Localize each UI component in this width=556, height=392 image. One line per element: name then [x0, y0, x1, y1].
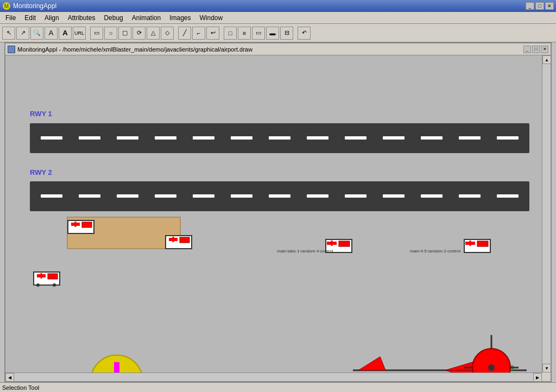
svg-rect-23 [339, 241, 350, 246]
svg-rect-30 [114, 362, 119, 372]
doc-minimize[interactable]: _ [523, 46, 531, 53]
text-bold-tool[interactable]: A [59, 27, 72, 40]
doc-icon [8, 46, 15, 53]
title-bar-left: M MonitoringAppl [2, 2, 56, 10]
doc-maximize[interactable]: □ [532, 46, 540, 53]
vertical-scrollbar[interactable]: ▲ ▼ [542, 55, 551, 372]
ellipse-tool[interactable]: ○ [104, 27, 117, 40]
svg-text:M: M [4, 3, 9, 9]
vehicle-1 [33, 270, 61, 287]
rect4-tool[interactable]: ▬ [266, 27, 279, 40]
link-tool[interactable]: URL [73, 27, 86, 40]
curved-connector-tool[interactable]: ↩ [206, 27, 219, 40]
status-text: Selection Tool [2, 384, 39, 391]
minimize-button[interactable]: _ [526, 2, 534, 10]
menu-attributes[interactable]: Attributes [64, 13, 100, 23]
app-icon: M [2, 2, 11, 10]
target-crosshair [462, 332, 521, 372]
close-button[interactable]: ✕ [545, 2, 554, 10]
menu-edit[interactable]: Edit [20, 13, 40, 23]
rounded-rect-tool[interactable]: ▢ [118, 27, 131, 40]
menu-bar: File Edit Align Attributes Debug Animati… [0, 12, 556, 24]
rect3-tool[interactable]: ▭ [252, 27, 265, 40]
doc-titlebar-controls: _ □ ✕ [523, 46, 548, 53]
svg-rect-28 [477, 241, 488, 246]
svg-point-7 [36, 283, 40, 287]
rwy2-label: RWY 2 [30, 168, 52, 176]
h-align-tool[interactable]: ≡ [238, 27, 251, 40]
svg-point-40 [488, 364, 495, 371]
menu-align[interactable]: Align [40, 13, 64, 23]
diamond-tool[interactable]: ◇ [161, 27, 174, 40]
vehicle-rwy2-right [463, 237, 491, 255]
menu-debug[interactable]: Debug [99, 13, 127, 23]
menu-file[interactable]: File [1, 13, 20, 23]
select-tool[interactable]: ↖ [2, 27, 15, 40]
scroll-down-button[interactable]: ▼ [542, 364, 551, 372]
svg-marker-35 [358, 357, 386, 370]
menu-window[interactable]: Window [195, 13, 228, 23]
title-bar-title: MonitoringAppl [13, 2, 56, 10]
line-tool[interactable]: ╱ [178, 27, 191, 40]
runway1 [30, 123, 529, 153]
rect2-tool[interactable]: □ [224, 27, 237, 40]
svg-rect-18 [180, 237, 189, 243]
status-bar: Selection Tool [0, 382, 556, 392]
toolbar: ↖ ↗ 🔍 A A URL ▭ ○ ▢ ⟳ △ ◇ ╱ ⌐ ↩ □ ≡ ▭ ▬ … [0, 24, 556, 42]
doc-titlebar: MonitoringAppl - /home/michele/xmlBlaste… [5, 43, 551, 55]
zoom-tool[interactable]: 🔍 [30, 27, 43, 40]
menu-images[interactable]: Images [165, 13, 195, 23]
doc-titlebar-left: MonitoringAppl - /home/michele/xmlBlaste… [8, 46, 252, 53]
helicopter [90, 354, 144, 372]
vehicle-3 [165, 233, 193, 251]
connector-tool[interactable]: ⌐ [192, 27, 205, 40]
doc-close[interactable]: ✕ [541, 46, 548, 53]
horizontal-scrollbar[interactable]: ◀ ▶ [5, 372, 542, 381]
canvas-area[interactable]: RWY 1 RWY 2 [5, 55, 542, 372]
svg-point-8 [53, 283, 56, 287]
split-tool[interactable]: ⊟ [280, 27, 293, 40]
rwy1-label: RWY 1 [30, 110, 52, 118]
doc-title: MonitoringAppl - /home/michele/xmlBlaste… [17, 46, 252, 53]
svg-rect-13 [82, 222, 92, 227]
scroll-up-button[interactable]: ▲ [542, 55, 551, 64]
hscroll-track[interactable] [14, 373, 533, 381]
pointer-tool[interactable]: ↗ [16, 27, 29, 40]
rect-tool[interactable]: ▭ [90, 27, 103, 40]
rwy2-text-right: main·4·5·random·2·control [410, 249, 460, 254]
text-tool[interactable]: A [45, 27, 58, 40]
triangle-tool[interactable]: △ [147, 27, 160, 40]
title-bar: M MonitoringAppl _ □ ✕ [0, 0, 556, 12]
scroll-right-button[interactable]: ▶ [533, 373, 542, 382]
runway2 [30, 181, 529, 211]
vehicle-2 [67, 218, 95, 236]
svg-rect-6 [48, 274, 58, 279]
scroll-left-button[interactable]: ◀ [5, 373, 14, 382]
vscroll-track[interactable] [542, 64, 551, 364]
rwy2-text-left: main·take·1·random·4·control [277, 249, 333, 254]
undo-tool[interactable]: ↶ [298, 27, 311, 40]
arrow-tool[interactable]: ⟳ [132, 27, 146, 40]
menu-animation[interactable]: Animation [128, 13, 165, 23]
maximize-button[interactable]: □ [535, 2, 544, 10]
title-bar-controls: _ □ ✕ [526, 2, 554, 10]
doc-window: MonitoringAppl - /home/michele/xmlBlaste… [4, 42, 552, 382]
